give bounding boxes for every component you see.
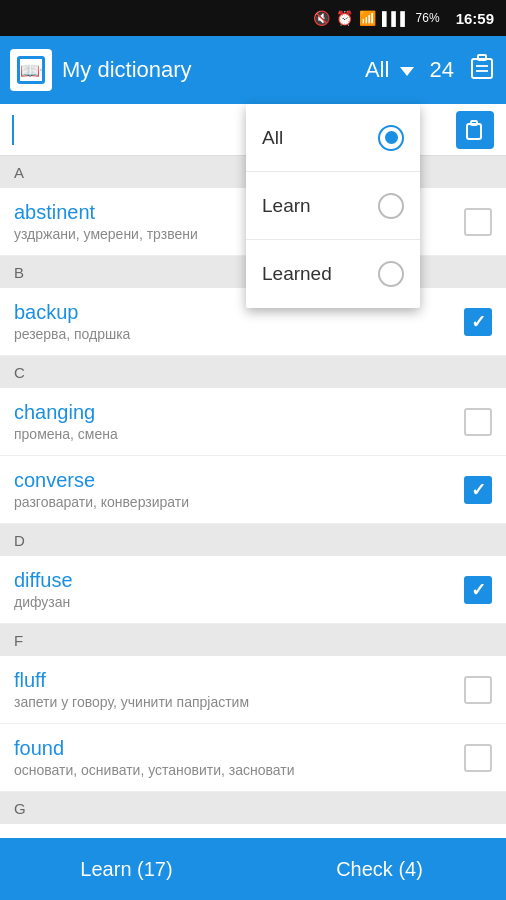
filter-all-label: All bbox=[262, 127, 283, 149]
filter-learned-label: Learned bbox=[262, 263, 332, 285]
app-bar: My dictionary All 24 bbox=[0, 36, 506, 104]
word-checkbox[interactable] bbox=[464, 576, 492, 604]
clipboard-icon[interactable] bbox=[468, 53, 496, 87]
app-logo bbox=[10, 49, 52, 91]
chevron-down-icon bbox=[400, 67, 414, 76]
word-translation: дифузан bbox=[14, 594, 464, 610]
word-name[interactable]: diffuse bbox=[14, 569, 464, 592]
learn-button[interactable]: Learn (17) bbox=[0, 838, 253, 900]
signal-icon: ▌▌▌ bbox=[382, 11, 410, 26]
status-time: 16:59 bbox=[456, 10, 494, 27]
logo-inner bbox=[17, 56, 45, 84]
battery-icon: 76% bbox=[416, 11, 440, 25]
word-count: 24 bbox=[430, 57, 454, 83]
word-translation: основати, оснивати, установити, засноват… bbox=[14, 762, 464, 778]
word-item: foundосновати, оснивати, установити, зас… bbox=[0, 724, 506, 792]
filter-dropdown: All Learn Learned bbox=[246, 104, 420, 308]
app-title: My dictionary bbox=[62, 57, 365, 83]
filter-button[interactable]: All bbox=[365, 57, 414, 83]
check-button[interactable]: Check (4) bbox=[253, 838, 506, 900]
word-checkbox[interactable] bbox=[464, 308, 492, 336]
svg-rect-5 bbox=[478, 55, 486, 60]
word-item: changingпромена, смена bbox=[0, 388, 506, 456]
word-item: gringo bbox=[0, 824, 506, 838]
filter-option-learned[interactable]: Learned bbox=[246, 240, 420, 308]
alarm-icon: ⏰ bbox=[336, 10, 353, 26]
word-translation: запети у говору, учинити папрјастим bbox=[14, 694, 464, 710]
word-checkbox[interactable] bbox=[464, 208, 492, 236]
word-name[interactable]: found bbox=[14, 737, 464, 760]
paste-button[interactable] bbox=[456, 111, 494, 149]
radio-learned bbox=[378, 261, 404, 287]
section-header-g: G bbox=[0, 792, 506, 824]
word-translation: промена, смена bbox=[14, 426, 464, 442]
book-icon bbox=[40, 59, 42, 81]
word-checkbox[interactable] bbox=[464, 676, 492, 704]
filter-option-all[interactable]: All bbox=[246, 104, 420, 172]
cursor-line bbox=[12, 115, 14, 145]
wifi-icon: 📶 bbox=[359, 10, 376, 26]
section-header-c: C bbox=[0, 356, 506, 388]
word-checkbox[interactable] bbox=[464, 744, 492, 772]
word-item: converseразговарати, конверзирати bbox=[0, 456, 506, 524]
status-icons: 🔇 ⏰ 📶 ▌▌▌ 76% bbox=[313, 10, 440, 26]
word-name[interactable]: converse bbox=[14, 469, 464, 492]
word-item: fluffзапети у говору, учинити папрјастим bbox=[0, 656, 506, 724]
word-checkbox[interactable] bbox=[464, 408, 492, 436]
svg-rect-0 bbox=[40, 69, 42, 71]
status-bar: 🔇 ⏰ 📶 ▌▌▌ 76% 16:59 bbox=[0, 0, 506, 36]
word-name[interactable]: changing bbox=[14, 401, 464, 424]
bottom-bar: Learn (17) Check (4) bbox=[0, 838, 506, 900]
filter-learn-label: Learn bbox=[262, 195, 311, 217]
svg-rect-8 bbox=[467, 124, 481, 139]
mute-icon: 🔇 bbox=[313, 10, 330, 26]
word-checkbox[interactable] bbox=[464, 476, 492, 504]
filter-option-learn[interactable]: Learn bbox=[246, 172, 420, 240]
radio-all bbox=[378, 125, 404, 151]
word-item: diffuseдифузан bbox=[0, 556, 506, 624]
svg-rect-4 bbox=[472, 59, 492, 78]
radio-learn bbox=[378, 193, 404, 219]
word-translation: резерва, подршка bbox=[14, 326, 464, 342]
word-translation: разговарати, конверзирати bbox=[14, 494, 464, 510]
section-header-d: D bbox=[0, 524, 506, 556]
section-header-f: F bbox=[0, 624, 506, 656]
word-name[interactable]: fluff bbox=[14, 669, 464, 692]
